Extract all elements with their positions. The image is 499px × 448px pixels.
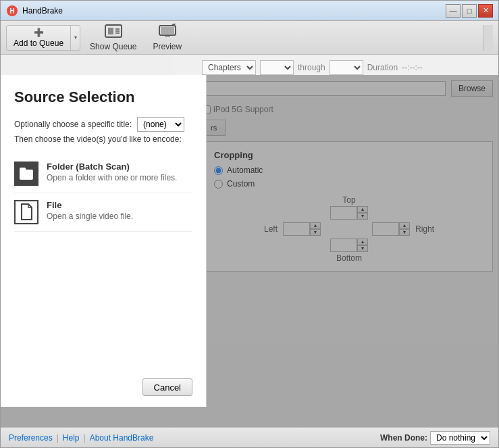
show-queue-icon — [104, 24, 123, 41]
toolbar: ➕ Add to Queue ▾ Show Queue — [1, 21, 498, 55]
add-queue-icon: ➕ — [34, 28, 44, 37]
show-queue-button[interactable]: Show Queue — [83, 21, 143, 54]
minimize-button[interactable]: — — [446, 4, 461, 18]
main-content-area: Chapters through Duration --:--:-- Brows… — [1, 55, 498, 427]
chapters-row: Chapters through Duration --:--:-- — [202, 60, 493, 75]
dialog-footer: Cancel — [1, 372, 206, 407]
status-bar: Preferences | Help | About HandBrake Whe… — [1, 427, 498, 447]
file-option[interactable]: File Open a single video file. — [14, 193, 192, 232]
source-selection-dialog: Source Selection Optionally choose a spe… — [1, 75, 207, 407]
file-option-text: File Open a single video file. — [47, 200, 133, 221]
duration-label: Duration — [367, 63, 398, 72]
folder-option-text: Folder (Batch Scan) Open a folder with o… — [47, 161, 177, 182]
toolbar-scrollbar[interactable] — [483, 25, 493, 51]
title-select-group: (none) — [137, 117, 184, 132]
file-icon — [14, 200, 38, 224]
app-icon: H — [6, 5, 18, 17]
main-window: H HandBrake — □ ✕ ➕ Add to Queue ▾ — [0, 0, 499, 448]
close-button[interactable]: ✕ — [478, 4, 493, 18]
duration-value: --:--:-- — [402, 63, 423, 72]
file-option-name: File — [47, 200, 133, 210]
when-done-select[interactable]: Do nothing — [430, 431, 490, 445]
add-to-queue-button[interactable]: ➕ Add to Queue ▾ — [6, 25, 80, 51]
svg-text:H: H — [9, 7, 14, 15]
window-controls: — □ ✕ — [446, 4, 493, 18]
preview-label: Preview — [153, 42, 182, 51]
preview-button[interactable]: Preview — [146, 21, 188, 54]
add-to-queue-label: Add to Queue — [14, 39, 63, 48]
preferences-link[interactable]: Preferences — [9, 433, 53, 443]
when-done-label: When Done: — [380, 433, 427, 443]
when-done-section: When Done: Do nothing — [380, 431, 490, 445]
show-queue-label: Show Queue — [90, 42, 136, 51]
cancel-button[interactable]: Cancel — [142, 378, 192, 396]
range-type-select[interactable]: Chapters — [202, 60, 256, 75]
separator2: | — [84, 433, 86, 443]
folder-option[interactable]: Folder (Batch Scan) Open a folder with o… — [14, 155, 192, 193]
folder-option-desc: Open a folder with one or more files. — [47, 173, 177, 182]
file-option-desc: Open a single video file. — [47, 211, 133, 221]
instruction1-text: Optionally choose a specific title: — [14, 120, 132, 129]
folder-option-name: Folder (Batch Scan) — [47, 161, 177, 172]
svg-rect-3 — [108, 28, 113, 34]
about-link[interactable]: About HandBrake — [90, 433, 154, 443]
chapter-end-select[interactable] — [330, 60, 363, 75]
add-queue-arrow[interactable]: ▾ — [70, 25, 80, 51]
through-label: through — [298, 63, 325, 72]
title-instruction: Optionally choose a specific title: (non… — [14, 117, 192, 132]
titlebar: H HandBrake — □ ✕ — [1, 1, 498, 21]
svg-rect-10 — [161, 27, 174, 34]
help-link[interactable]: Help — [63, 433, 80, 443]
preview-icon — [158, 24, 177, 41]
dialog-title: Source Selection — [14, 89, 192, 106]
instruction2-text: Then choose the video(s) you'd like to e… — [14, 134, 192, 144]
window-title: HandBrake — [22, 6, 446, 16]
folder-icon — [14, 161, 38, 186]
title-select[interactable]: (none) — [137, 117, 184, 132]
chapter-start-select[interactable] — [260, 60, 294, 75]
dialog-content: Source Selection Optionally choose a spe… — [1, 75, 206, 372]
separator1: | — [57, 433, 59, 443]
maximize-button[interactable]: □ — [462, 4, 477, 18]
status-links: Preferences | Help | About HandBrake — [9, 433, 153, 443]
